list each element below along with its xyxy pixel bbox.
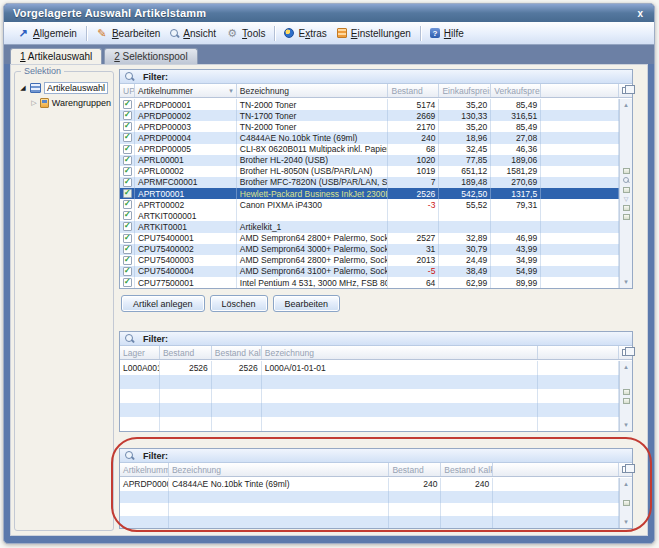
table-row[interactable]	[120, 491, 619, 504]
table-row[interactable]	[120, 403, 619, 417]
cell-bezeichnung: AMD Sempron64 3100+ Palermo, Sockel 754	[237, 266, 389, 277]
cell-up	[120, 266, 135, 277]
filter-label: Filter:	[143, 72, 168, 82]
scroll-up-icon[interactable]: ▴	[624, 480, 628, 488]
table-row[interactable]: CPU75400003AMD Sempron64 2800+ Palermo, …	[120, 255, 619, 266]
grid-icon[interactable]	[623, 187, 630, 193]
help-icon: ?	[430, 28, 440, 38]
column-header-bezeichnung[interactable]: Bezeichnung	[237, 84, 389, 97]
column-header-bestand_kalk[interactable]: Bestand Kalk.	[212, 346, 262, 359]
table-row[interactable]: CPU77500001Intel Pentium 4 531, 3000 MHz…	[120, 277, 619, 288]
column-header-bestand_kalk[interactable]: Bestand Kalk.	[441, 463, 493, 476]
table-row[interactable]	[120, 389, 619, 403]
table-row[interactable]	[120, 417, 619, 431]
grid-icon[interactable]	[623, 168, 630, 174]
grid-filter-row[interactable]: Filter:	[120, 332, 632, 346]
table-row[interactable]	[120, 375, 619, 389]
collapsed-icon[interactable]: ▷	[31, 99, 37, 107]
column-header-einkaufspreis[interactable]: Einkaufspreis	[439, 84, 491, 97]
menu-item-einstellungen[interactable]: Einstellungen	[332, 26, 416, 41]
article-status-icon	[123, 167, 132, 176]
column-header-up[interactable]: UP	[120, 84, 135, 97]
table-row[interactable]: APRL00001Brother HL-2040 (USB)102077,851…	[120, 155, 619, 166]
expanded-icon[interactable]: ◢	[19, 84, 27, 92]
menu-item-extras[interactable]: Extras	[279, 26, 331, 41]
grid-icon[interactable]	[623, 205, 630, 211]
filter-icon[interactable]: ▽	[624, 196, 629, 202]
grid-filter-row[interactable]: Filter:	[120, 70, 632, 84]
column-chooser-icon[interactable]	[622, 349, 630, 356]
column-header-lager[interactable]: Lager	[120, 346, 160, 359]
menu-item-tools[interactable]: ⚙Tools	[221, 25, 270, 41]
table-row[interactable]: APRDP00004C4844AE No.10bk Tinte (69ml)24…	[120, 132, 619, 143]
menu-item-allgemein[interactable]: ↗Allgemein	[12, 25, 82, 41]
table-row[interactable]: ARTKIT000001	[120, 210, 619, 221]
table-row[interactable]: CPU75400001AMD Sempron64 2800+ Palermo, …	[120, 233, 619, 244]
artikel-anlegen-button[interactable]: Artikel anlegen	[121, 295, 205, 312]
menu-item-ansicht[interactable]: Ansicht	[165, 26, 221, 41]
close-icon[interactable]: x	[635, 8, 645, 19]
cell-artikelnummer: APRDP00002	[135, 110, 237, 121]
column-header-filler[interactable]	[541, 84, 619, 97]
cell-bezeichnung	[262, 403, 538, 417]
grid-icon[interactable]	[623, 214, 630, 220]
tree-node-artikelauswahl[interactable]: ◢Artikelauswahl	[19, 80, 111, 95]
table-row[interactable]: ARTKIT0001Artikelkit_1	[120, 221, 619, 232]
table-row[interactable]: CPU75400002AMD Sempron64 3000+ Palermo, …	[120, 244, 619, 255]
table-row[interactable]: APRMFC00001Brother MFC-7820N (USB/PAR/LA…	[120, 177, 619, 188]
table-row[interactable]: CPU75400004AMD Sempron64 3100+ Palermo, …	[120, 266, 619, 277]
cell-filler	[541, 277, 619, 288]
cell-bezeichnung: C4844AE No.10bk Tinte (69ml)	[169, 478, 390, 491]
grid-filter-row[interactable]: Filter:	[120, 449, 632, 463]
selektion-groupbox: Selektion ◢Artikelauswahl▷Warengruppen	[14, 71, 114, 531]
table-row[interactable]: L000A00125262526L000A/01-01-01	[120, 361, 619, 375]
grid-scroll-strip[interactable]: ▴▾	[619, 478, 632, 528]
tree-node-warengruppen[interactable]: ▷Warengruppen	[19, 95, 111, 110]
column-header-bestand[interactable]: Bestand	[389, 463, 441, 476]
column-chooser-icon[interactable]	[622, 466, 630, 473]
magnifier-icon[interactable]	[623, 177, 630, 184]
cell-bezeichnung: Hewlett-Packard Business InkJet 2300DTN …	[237, 188, 389, 199]
scroll-up-icon[interactable]: ▴	[624, 363, 628, 371]
title-bar: Vorgelagerte Auswahl Artikelstamm x	[4, 4, 654, 22]
scroll-down-icon[interactable]: ▾	[624, 518, 628, 526]
loeschen-button[interactable]: Löschen	[210, 295, 268, 312]
scroll-up-icon[interactable]: ▴	[624, 101, 628, 109]
grid-icon[interactable]	[623, 389, 630, 395]
table-row[interactable]: APRT00002Canon PIXMA iP4300-355,5279,31	[120, 199, 619, 210]
grid-scroll-strip[interactable]: ▴▽▾	[619, 99, 632, 288]
column-header-artikelnummer[interactable]: Artikelnummer▾	[135, 84, 237, 97]
menu-item-hilfe[interactable]: ?Hilfe	[425, 26, 469, 41]
menu-item-bearbeiten[interactable]: ✎Bearbeiten	[91, 25, 165, 41]
column-header-artikelnummer[interactable]: Artikelnummer	[120, 463, 169, 476]
table-row[interactable]: APRL00002Brother HL-8050N (USB/PAR/LAN)1…	[120, 166, 619, 177]
grid-scroll-strip[interactable]: ▴▾	[619, 361, 632, 431]
table-row[interactable]	[120, 516, 619, 529]
cell-bestand: 1020	[388, 155, 439, 166]
bearbeiten-button[interactable]: Bearbeiten	[273, 295, 341, 312]
column-header-filler[interactable]	[493, 463, 619, 476]
table-row[interactable]: APRDP00004C4844AE No.10bk Tinte (69ml)24…	[120, 478, 619, 491]
grid-icon[interactable]	[623, 398, 630, 404]
scroll-down-icon[interactable]: ▾	[624, 278, 628, 286]
table-row[interactable]: APRDP00003TN-2000 Toner217035,2085,49	[120, 121, 619, 132]
column-header-verkaufspreis[interactable]: Verkaufspreis	[491, 84, 541, 97]
column-header-bezeichnung[interactable]: Bezeichnung	[169, 463, 390, 476]
grid-icon[interactable]	[623, 500, 630, 506]
tab-selektionspool[interactable]: 2 Selektionspool	[104, 48, 197, 64]
scroll-down-icon[interactable]: ▾	[624, 421, 628, 429]
column-header-filler[interactable]	[538, 346, 619, 359]
table-row[interactable]: APRDP00002TN-1700 Toner2669130,33316,51	[120, 110, 619, 121]
table-row[interactable]: APRDP00005CLI-8X 0620B011 Multipack inkl…	[120, 144, 619, 155]
column-header-bestand[interactable]: Bestand	[388, 84, 439, 97]
tree-node-label: Artikelauswahl	[44, 82, 108, 94]
column-header-bestand[interactable]: Bestand	[160, 346, 212, 359]
table-row[interactable]: APRT00001Hewlett-Packard Business InkJet…	[120, 188, 619, 199]
column-chooser-icon[interactable]	[622, 87, 630, 94]
menu-item-label: Allgemein	[33, 28, 77, 39]
table-row[interactable]	[120, 503, 619, 516]
table-row[interactable]: APRDP00001TN-2000 Toner517435,2085,49	[120, 99, 619, 110]
column-header-bezeichnung[interactable]: Bezeichnung	[262, 346, 538, 359]
cell-verkaufspreis: 34,99	[491, 255, 541, 266]
tab-artikelauswahl[interactable]: 1 Artikelauswahl	[10, 48, 102, 64]
